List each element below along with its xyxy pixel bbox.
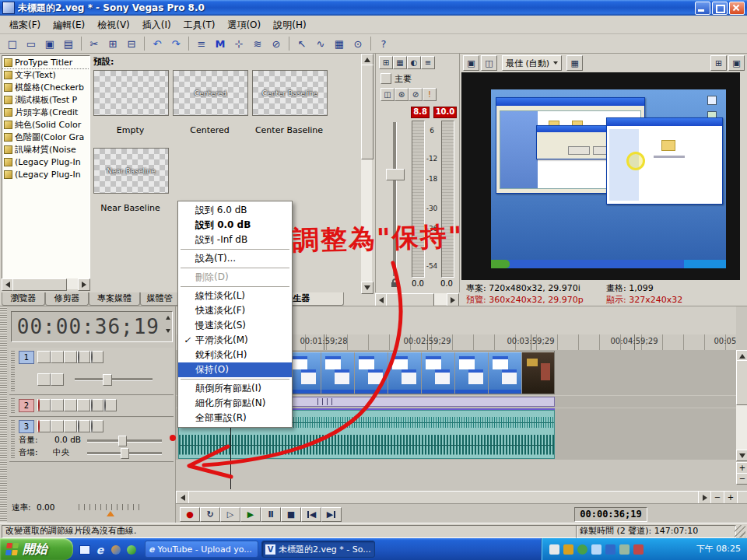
menu-item-flip-all-points[interactable]: 顛倒所有節點(I) [178, 381, 292, 396]
menu-tools[interactable]: 工具(T) [177, 16, 222, 33]
timeline-hscrollbar[interactable]: − + [176, 491, 747, 502]
preset-thumb-center-baseline[interactable]: Center Baseline [252, 70, 328, 116]
track-drag-handle[interactable] [11, 351, 15, 391]
solo-button[interactable] [103, 399, 117, 411]
go-to-end-button[interactable]: ▶ [321, 507, 342, 522]
bus-mute-button[interactable]: ⊘ [409, 88, 423, 101]
scrollbar-thumb[interactable] [12, 278, 67, 291]
menu-item-set-to-0db[interactable]: 設到 0.0 dB [178, 218, 292, 233]
menu-item-sharp-fade[interactable]: 銳利淡化(H) [178, 348, 292, 362]
menu-item-set-to-inf[interactable]: 設到 -Inf dB [178, 233, 292, 247]
normal-edit-tool-button[interactable]: ↖ [293, 35, 311, 53]
timecode-display[interactable]: 00:00:36;19 [11, 311, 173, 342]
copy-button[interactable]: ⊞ [103, 35, 122, 53]
compositing-mode-button[interactable] [37, 373, 51, 386]
dock-edge-handle[interactable] [0, 306, 7, 523]
tray-update-icon[interactable] [577, 544, 587, 555]
lock-fader-icon[interactable] [390, 278, 400, 288]
enable-snapping-button[interactable]: ≡ [192, 35, 211, 53]
meter-peak-left[interactable]: 8.8 [411, 107, 430, 118]
quicklaunch-ie-icon[interactable]: e [93, 543, 107, 556]
auto-ripple-button[interactable]: ≋ [248, 35, 267, 53]
cut-button[interactable]: ✂ [85, 35, 103, 53]
quicklaunch-media-player-icon[interactable] [109, 543, 122, 556]
menu-item-hold[interactable]: 保持(O) [178, 362, 292, 377]
stop-button[interactable]: ■ [281, 507, 301, 522]
tray-safely-remove-icon[interactable] [619, 544, 630, 555]
taskbar-task-vegas[interactable]: V 未標題的2.veg * - So... [261, 541, 375, 558]
minimize-button[interactable] [695, 2, 710, 15]
tray-volume-icon[interactable] [591, 544, 601, 555]
preview-quality-dropdown[interactable]: 最佳 (自動) [502, 55, 562, 71]
generator-item[interactable]: 純色(Solid Color [2, 118, 89, 131]
invert-phase-button[interactable] [51, 420, 64, 432]
generator-item[interactable]: 文字(Text) [2, 68, 89, 81]
menu-file[interactable]: 檔案(F) [3, 16, 47, 33]
menu-view[interactable]: 檢視(V) [91, 16, 136, 33]
redo-button[interactable]: ↷ [167, 35, 185, 53]
quicklaunch-show-desktop-icon[interactable] [78, 543, 91, 556]
clip-indicator-reset-button[interactable]: ! [423, 88, 437, 101]
whats-this-help-button[interactable]: ? [374, 35, 393, 53]
generator-item[interactable]: ProType Titler [2, 56, 89, 68]
start-button[interactable]: 開始 [0, 538, 73, 560]
generator-list-hscrollbar[interactable] [2, 278, 89, 289]
insert-fx-button[interactable]: ▦ [393, 56, 407, 69]
titlebar[interactable]: 未標題的2.veg * - Sony Vegas Pro 8.0 [0, 0, 747, 16]
tray-display-icon[interactable] [633, 544, 644, 555]
bypass-motion-blur-button[interactable] [37, 351, 51, 363]
save-project-button[interactable]: ▣ [40, 35, 59, 53]
auto-crossfade-button[interactable]: ⊹ [230, 35, 248, 53]
track-fx-button[interactable] [77, 399, 90, 411]
track-motion-button[interactable] [64, 399, 77, 411]
resize-grip[interactable] [735, 525, 745, 537]
scrollbar-thumb[interactable] [361, 65, 374, 159]
scrollbar-thumb[interactable] [736, 360, 747, 405]
menu-item-slow-fade[interactable]: 慢速淡化(S) [178, 318, 292, 333]
mixer-hscrollbar[interactable] [375, 293, 458, 305]
record-button[interactable]: ● [180, 507, 200, 522]
scrollbar-thumb[interactable] [386, 293, 434, 306]
bypass-motion-blur-button[interactable] [51, 399, 64, 411]
parent-compositing-button[interactable] [51, 373, 64, 386]
close-button[interactable] [729, 2, 745, 15]
envelope-edit-tool-button[interactable]: ∿ [311, 35, 330, 53]
pause-button[interactable]: Ⅱ [261, 507, 281, 522]
tray-antivirus-icon[interactable] [563, 544, 573, 555]
ignore-event-grouping-button[interactable]: ⊘ [267, 35, 286, 53]
track-drag-handle[interactable] [11, 398, 15, 414]
vertical-zoom-out-button[interactable]: − [736, 473, 747, 485]
project-properties-button[interactable]: ▤ [59, 35, 78, 53]
generator-item[interactable]: (Legacy Plug-In [2, 156, 89, 168]
downmix-button[interactable]: ◐ [407, 56, 421, 69]
zoom-edit-tool-button[interactable]: ⊙ [349, 35, 367, 53]
master-fader-thumb[interactable] [386, 169, 405, 180]
menu-insert[interactable]: 插入(I) [136, 16, 177, 33]
generator-item[interactable]: 棋盤格(Checkerb [2, 81, 89, 93]
rate-marker-icon[interactable] [107, 511, 114, 516]
go-to-start-button[interactable]: ◀ [301, 507, 321, 522]
track-level-thumb[interactable] [103, 374, 112, 386]
video-output-button[interactable]: ▣ [463, 55, 479, 71]
quicklaunch-messenger-icon[interactable] [124, 543, 138, 556]
arm-record-button[interactable] [37, 420, 51, 432]
solo-button[interactable] [90, 351, 103, 363]
menu-item-set-to-6db[interactable]: 設到 6.0 dB [178, 203, 292, 218]
generator-item[interactable]: 測試模板(Test P [2, 93, 89, 106]
track-fx-button[interactable] [64, 420, 77, 432]
pan-thumb[interactable] [121, 448, 129, 459]
track-number-3[interactable]: 3 [19, 420, 34, 433]
preset-thumb-centered[interactable]: Centered [173, 70, 248, 116]
track-header-1[interactable]: 1 [9, 348, 174, 395]
menu-help[interactable]: 說明(H) [267, 16, 312, 33]
track-drag-handle[interactable] [11, 420, 15, 459]
menu-item-thin-all-points[interactable]: 細化所有節點(N) [178, 396, 292, 411]
mute-button[interactable] [90, 399, 103, 411]
undo-button[interactable]: ↶ [148, 35, 167, 53]
taskbar-task-youtube[interactable]: e YouTube - Upload yo... [145, 541, 258, 558]
copy-snapshot-button[interactable]: ⊞ [710, 55, 727, 71]
menu-item-reset-all[interactable]: 全部重設(R) [178, 411, 292, 425]
generator-item[interactable]: 訊噪材質(Noise [2, 143, 89, 156]
open-project-button[interactable]: ▭ [22, 35, 40, 53]
selection-edit-tool-button[interactable]: ▦ [330, 35, 349, 53]
